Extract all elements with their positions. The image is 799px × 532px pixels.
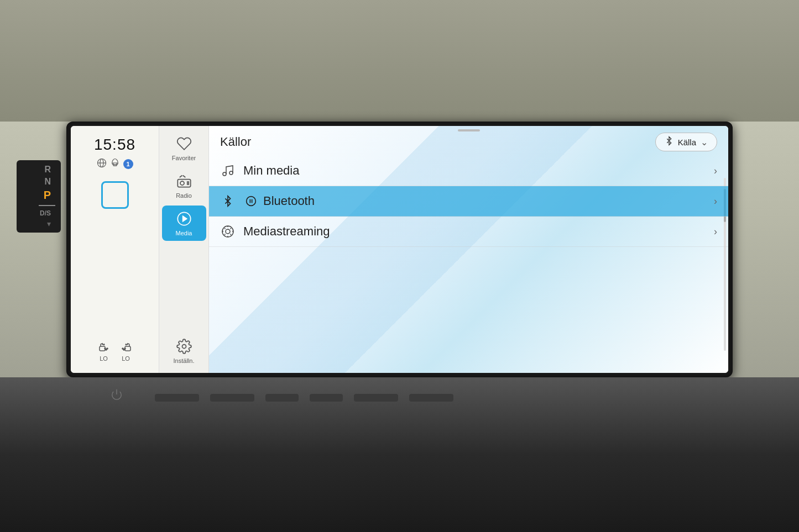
heating-right[interactable]: LO (119, 341, 133, 362)
control-btn-1[interactable] (155, 394, 199, 402)
svg-point-7 (105, 348, 106, 349)
seat-heat-left-icon (97, 341, 111, 354)
sidebar: Favoriter Radio (159, 126, 209, 373)
music-note-icon (220, 164, 236, 177)
menu-item-mediastreaming[interactable]: Mediastreaming › (209, 217, 728, 247)
menu-item-bluetooth[interactable]: Bluetooth › (209, 186, 728, 217)
gear-N: N (22, 177, 55, 187)
person-icon (110, 158, 120, 170)
screen: 15:58 (71, 126, 728, 373)
top-bar: Källor Källa ⌄ (209, 126, 728, 156)
control-btn-5[interactable] (354, 394, 398, 402)
svg-point-16 (182, 345, 186, 349)
control-btn-2[interactable] (210, 394, 254, 402)
svg-point-6 (107, 348, 108, 349)
source-bluetooth-icon (665, 136, 673, 148)
control-btn-3[interactable] (265, 394, 299, 402)
bluetooth-menu-icon (220, 194, 236, 208)
chevron-right-bluetooth: › (714, 196, 717, 207)
gear-icon (175, 338, 193, 355)
sidebar-radio-label: Radio (176, 192, 192, 199)
time-display: 15:58 (71, 131, 159, 156)
notification-badge: 1 (123, 159, 133, 169)
dashboard: R N P D/S ▾ 15:58 (0, 0, 799, 532)
gear-P: P (22, 189, 55, 202)
menu-item-min-media[interactable]: Min media › (209, 156, 728, 186)
heart-icon (175, 135, 193, 152)
chevron-right-mediastreaming: › (714, 226, 717, 238)
globe-icon (97, 158, 107, 170)
svg-point-10 (122, 348, 123, 349)
gear-shift: R N P D/S ▾ (17, 160, 61, 233)
menu-item-mediastreaming-label: Mediastreaming (243, 224, 709, 239)
left-panel: 15:58 (71, 126, 159, 373)
control-btn-4[interactable] (310, 394, 343, 402)
svg-point-9 (123, 349, 124, 350)
sidebar-item-media[interactable]: Media (162, 206, 206, 241)
heating-left[interactable]: LO (97, 341, 111, 362)
chevron-right-min-media: › (714, 165, 717, 177)
chevron-down-icon: ⌄ (701, 137, 708, 148)
sidebar-installn-label: Inställn. (174, 357, 195, 364)
svg-point-22 (222, 226, 233, 237)
heating-left-label: LO (100, 355, 108, 362)
svg-point-13 (180, 181, 184, 185)
status-icons: 1 (71, 156, 159, 177)
radio-icon (175, 172, 193, 190)
control-buttons-row (155, 394, 453, 402)
media-art (101, 181, 129, 209)
infotainment-unit: 15:58 (66, 122, 733, 377)
svg-point-23 (226, 229, 230, 234)
gear-DS: D/S (22, 209, 55, 217)
sidebar-favoriter-label: Favoriter (172, 155, 196, 161)
sidebar-media-label: Media (176, 230, 192, 236)
source-button[interactable]: Källa ⌄ (655, 133, 717, 151)
cast-icon (220, 225, 236, 238)
svg-point-5 (106, 349, 107, 350)
menu-item-bluetooth-label: Bluetooth (263, 194, 709, 208)
pause-icon (243, 196, 259, 207)
gear-R: R (22, 165, 55, 175)
svg-point-19 (247, 197, 256, 206)
source-button-label: Källa (678, 138, 696, 147)
heating-right-label: LO (122, 355, 130, 362)
power-button[interactable] (111, 388, 123, 403)
section-title: Källor (220, 135, 251, 149)
svg-point-17 (223, 172, 226, 176)
svg-point-11 (124, 348, 126, 349)
sidebar-item-radio[interactable]: Radio (162, 168, 206, 203)
sidebar-item-favoriter[interactable]: Favoriter (162, 130, 206, 166)
svg-marker-15 (182, 216, 186, 221)
menu-list: Min media › (209, 156, 728, 373)
control-btn-6[interactable] (409, 394, 453, 402)
sidebar-item-installn[interactable]: Inställn. (162, 333, 206, 368)
svg-point-18 (229, 171, 233, 175)
menu-item-min-media-label: Min media (243, 164, 709, 178)
seat-heat-right-icon (119, 341, 133, 354)
play-icon (175, 210, 193, 228)
heating-controls: LO LO (71, 335, 159, 367)
bottom-controls (0, 377, 799, 532)
top-bezel (0, 0, 799, 122)
main-content: Källor Källa ⌄ (209, 126, 728, 373)
